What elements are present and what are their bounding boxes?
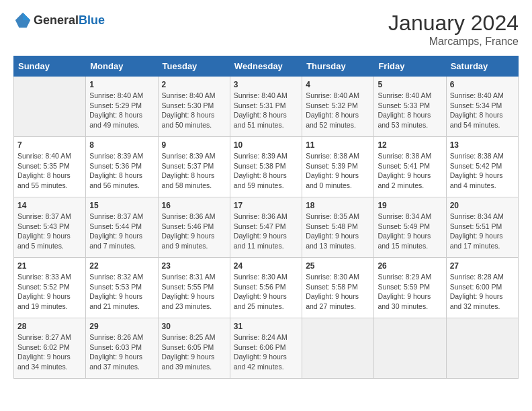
calendar-cell: 1Sunrise: 8:40 AMSunset: 5:29 PMDaylight… (86, 77, 158, 137)
day-detail: Sunrise: 8:25 AMSunset: 6:05 PMDaylight:… (162, 332, 226, 372)
day-number: 25 (306, 261, 370, 271)
logo-text: GeneralBlue (34, 13, 105, 28)
calendar-cell: 18Sunrise: 8:35 AMSunset: 5:48 PMDayligh… (302, 197, 374, 258)
day-number: 20 (450, 201, 515, 210)
day-number: 16 (162, 201, 226, 210)
calendar-cell: 26Sunrise: 8:29 AMSunset: 5:59 PMDayligh… (374, 258, 446, 318)
day-detail: Sunrise: 8:31 AMSunset: 5:55 PMDaylight:… (162, 272, 226, 312)
logo-icon (13, 11, 32, 30)
day-number: 7 (17, 140, 82, 150)
day-detail: Sunrise: 8:40 AMSunset: 5:31 PMDaylight:… (234, 91, 298, 130)
day-number: 28 (17, 322, 82, 331)
day-detail: Sunrise: 8:40 AMSunset: 5:30 PMDaylight:… (162, 91, 226, 130)
day-detail: Sunrise: 8:30 AMSunset: 5:56 PMDaylight:… (234, 272, 298, 312)
day-number: 21 (17, 261, 82, 271)
month-title: January 2024 (388, 11, 519, 36)
day-detail: Sunrise: 8:36 AMSunset: 5:46 PMDaylight:… (162, 212, 226, 251)
day-detail: Sunrise: 8:35 AMSunset: 5:48 PMDaylight:… (306, 212, 370, 251)
location-title: Marcamps, France (388, 36, 519, 48)
day-number: 18 (306, 201, 370, 210)
weekday-header-row: SundayMondayTuesdayWednesdayThursdayFrid… (14, 56, 519, 77)
day-detail: Sunrise: 8:38 AMSunset: 5:41 PMDaylight:… (378, 151, 442, 191)
calendar-cell: 10Sunrise: 8:39 AMSunset: 5:38 PMDayligh… (230, 137, 302, 197)
calendar-cell: 8Sunrise: 8:39 AMSunset: 5:36 PMDaylight… (86, 137, 158, 197)
day-number: 14 (17, 201, 82, 210)
calendar-cell: 4Sunrise: 8:40 AMSunset: 5:32 PMDaylight… (302, 77, 374, 137)
day-number: 22 (89, 261, 154, 271)
day-number: 23 (162, 261, 226, 271)
calendar-cell: 25Sunrise: 8:30 AMSunset: 5:58 PMDayligh… (302, 258, 374, 318)
calendar-week-row: 7Sunrise: 8:40 AMSunset: 5:35 PMDaylight… (14, 137, 519, 197)
day-detail: Sunrise: 8:39 AMSunset: 5:38 PMDaylight:… (234, 151, 298, 191)
calendar-cell: 17Sunrise: 8:36 AMSunset: 5:47 PMDayligh… (230, 197, 302, 258)
day-detail: Sunrise: 8:38 AMSunset: 5:39 PMDaylight:… (306, 151, 370, 191)
day-number: 13 (450, 140, 515, 150)
calendar-cell: 24Sunrise: 8:30 AMSunset: 5:56 PMDayligh… (230, 258, 302, 318)
calendar-cell: 31Sunrise: 8:24 AMSunset: 6:06 PMDayligh… (230, 318, 302, 379)
day-number: 17 (234, 201, 298, 210)
day-detail: Sunrise: 8:36 AMSunset: 5:47 PMDaylight:… (234, 212, 298, 251)
day-detail: Sunrise: 8:39 AMSunset: 5:37 PMDaylight:… (162, 151, 226, 191)
day-detail: Sunrise: 8:34 AMSunset: 5:51 PMDaylight:… (450, 212, 515, 251)
weekday-header-friday: Friday (374, 56, 446, 77)
day-number: 9 (162, 140, 226, 150)
day-detail: Sunrise: 8:40 AMSunset: 5:35 PMDaylight:… (17, 151, 82, 191)
calendar-week-row: 14Sunrise: 8:37 AMSunset: 5:43 PMDayligh… (14, 197, 519, 258)
day-detail: Sunrise: 8:27 AMSunset: 6:02 PMDaylight:… (17, 332, 82, 372)
day-number: 26 (378, 261, 442, 271)
day-detail: Sunrise: 8:29 AMSunset: 5:59 PMDaylight:… (378, 272, 442, 312)
day-detail: Sunrise: 8:24 AMSunset: 6:06 PMDaylight:… (234, 332, 298, 372)
logo-general: General (34, 13, 79, 27)
day-number: 29 (89, 322, 154, 331)
calendar-cell (446, 318, 518, 379)
calendar-week-row: 1Sunrise: 8:40 AMSunset: 5:29 PMDaylight… (14, 77, 519, 137)
day-number: 12 (378, 140, 442, 150)
calendar-cell: 6Sunrise: 8:40 AMSunset: 5:34 PMDaylight… (446, 77, 518, 137)
calendar-cell: 28Sunrise: 8:27 AMSunset: 6:02 PMDayligh… (14, 318, 86, 379)
day-detail: Sunrise: 8:32 AMSunset: 5:53 PMDaylight:… (89, 272, 154, 312)
day-number: 3 (234, 80, 298, 89)
calendar-cell: 12Sunrise: 8:38 AMSunset: 5:41 PMDayligh… (374, 137, 446, 197)
calendar-cell: 29Sunrise: 8:26 AMSunset: 6:03 PMDayligh… (86, 318, 158, 379)
calendar-cell: 16Sunrise: 8:36 AMSunset: 5:46 PMDayligh… (158, 197, 230, 258)
calendar-cell: 19Sunrise: 8:34 AMSunset: 5:49 PMDayligh… (374, 197, 446, 258)
calendar-cell: 21Sunrise: 8:33 AMSunset: 5:52 PMDayligh… (14, 258, 86, 318)
calendar-cell (374, 318, 446, 379)
day-detail: Sunrise: 8:30 AMSunset: 5:58 PMDaylight:… (306, 272, 370, 312)
day-detail: Sunrise: 8:37 AMSunset: 5:44 PMDaylight:… (89, 212, 154, 251)
day-number: 27 (450, 261, 515, 271)
day-number: 4 (306, 80, 370, 89)
title-block: January 2024 Marcamps, France (388, 11, 519, 48)
calendar-table: SundayMondayTuesdayWednesdayThursdayFrid… (13, 56, 519, 379)
day-number: 24 (234, 261, 298, 271)
calendar-cell: 14Sunrise: 8:37 AMSunset: 5:43 PMDayligh… (14, 197, 86, 258)
day-number: 30 (162, 322, 226, 331)
calendar-week-row: 28Sunrise: 8:27 AMSunset: 6:02 PMDayligh… (14, 318, 519, 379)
calendar-cell: 20Sunrise: 8:34 AMSunset: 5:51 PMDayligh… (446, 197, 518, 258)
logo-blue-text: Blue (79, 13, 105, 27)
day-detail: Sunrise: 8:38 AMSunset: 5:42 PMDaylight:… (450, 151, 515, 191)
day-detail: Sunrise: 8:39 AMSunset: 5:36 PMDaylight:… (89, 151, 154, 191)
day-number: 2 (162, 80, 226, 89)
day-number: 1 (89, 80, 154, 89)
day-detail: Sunrise: 8:26 AMSunset: 6:03 PMDaylight:… (89, 332, 154, 372)
weekday-header-wednesday: Wednesday (230, 56, 302, 77)
day-number: 15 (89, 201, 154, 210)
calendar-cell: 9Sunrise: 8:39 AMSunset: 5:37 PMDaylight… (158, 137, 230, 197)
day-number: 11 (306, 140, 370, 150)
weekday-header-thursday: Thursday (302, 56, 374, 77)
svg-marker-1 (23, 13, 30, 20)
calendar-cell: 7Sunrise: 8:40 AMSunset: 5:35 PMDaylight… (14, 137, 86, 197)
calendar-cell: 2Sunrise: 8:40 AMSunset: 5:30 PMDaylight… (158, 77, 230, 137)
day-detail: Sunrise: 8:40 AMSunset: 5:34 PMDaylight:… (450, 91, 515, 130)
day-number: 6 (450, 80, 515, 89)
weekday-header-saturday: Saturday (446, 56, 518, 77)
calendar-cell: 27Sunrise: 8:28 AMSunset: 6:00 PMDayligh… (446, 258, 518, 318)
logo: GeneralBlue (13, 11, 105, 30)
calendar-cell: 11Sunrise: 8:38 AMSunset: 5:39 PMDayligh… (302, 137, 374, 197)
calendar-cell: 5Sunrise: 8:40 AMSunset: 5:33 PMDaylight… (374, 77, 446, 137)
calendar-cell: 3Sunrise: 8:40 AMSunset: 5:31 PMDaylight… (230, 77, 302, 137)
weekday-header-sunday: Sunday (14, 56, 86, 77)
day-detail: Sunrise: 8:40 AMSunset: 5:29 PMDaylight:… (89, 91, 154, 130)
day-number: 10 (234, 140, 298, 150)
